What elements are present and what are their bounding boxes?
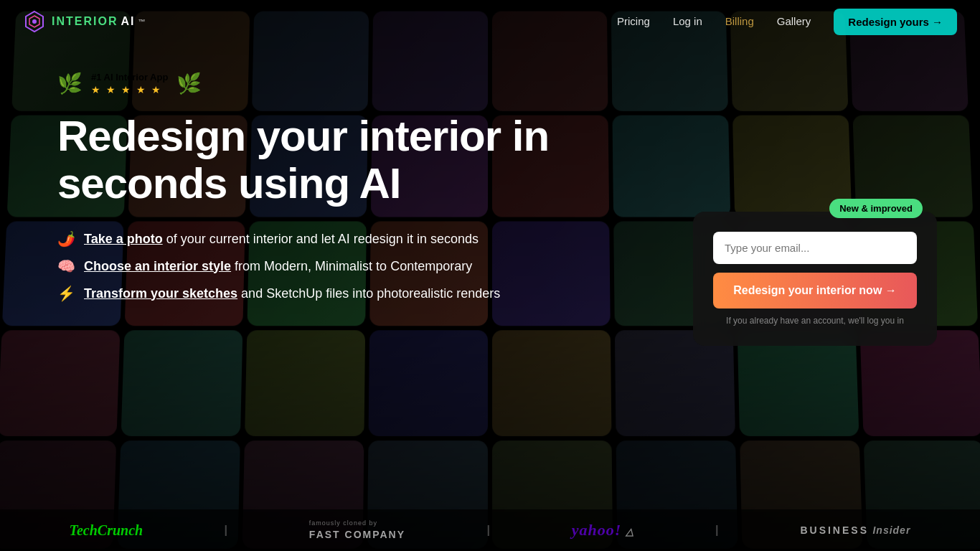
award-title: #1 AI Interior App bbox=[91, 72, 168, 83]
press-logo-fastcompany-note: famously cloned by FAST COMPANY bbox=[309, 519, 405, 541]
feature-link-2[interactable]: Choose an interior style bbox=[84, 259, 231, 273]
feature-rest-3: and SketchUp files into photorealistic r… bbox=[241, 286, 500, 301]
headline-line1: Redesign your interior in bbox=[57, 112, 549, 160]
logo[interactable]: INTERIOR AI ™ bbox=[23, 10, 146, 33]
feature-text-3: Transform your sketches and SketchUp fil… bbox=[84, 286, 500, 301]
headline-line2: seconds using AI bbox=[57, 159, 401, 207]
feature-emoji-2: 🧠 bbox=[57, 258, 75, 275]
page-title: Redesign your interior in seconds using … bbox=[57, 113, 549, 207]
hero-content: 🌿 #1 AI Interior App ★ ★ ★ ★ ★ 🌿 Redesig… bbox=[57, 72, 549, 302]
feature-emoji-3: ⚡ bbox=[57, 285, 75, 302]
logo-text: INTERIOR AI ™ bbox=[52, 15, 146, 28]
nav-billing[interactable]: Billing bbox=[725, 15, 754, 27]
award-badge: 🌿 #1 AI Interior App ★ ★ ★ ★ ★ 🌿 bbox=[57, 72, 549, 95]
logo-icon bbox=[23, 10, 46, 33]
nav-gallery[interactable]: Gallery bbox=[777, 15, 811, 27]
feature-link-3[interactable]: Transform your sketches bbox=[84, 286, 237, 301]
press-logo-business: BUSINESS Insider bbox=[800, 524, 910, 537]
nav-pricing[interactable]: Pricing bbox=[617, 15, 650, 27]
press-logo-yahoo: yahoo! △ bbox=[572, 521, 634, 540]
feature-item: 🌶️ Take a photo of your current interior… bbox=[57, 230, 549, 248]
feature-link-1[interactable]: Take a photo bbox=[84, 232, 163, 246]
feature-text-1: Take a photo of your current interior an… bbox=[84, 232, 479, 247]
nav-cta-button[interactable]: Redesign yours → bbox=[834, 9, 957, 35]
press-logo-techcrunch: TechCrunch bbox=[70, 522, 143, 539]
feature-item: ⚡ Transform your sketches and SketchUp f… bbox=[57, 285, 549, 302]
redesign-button[interactable]: Redesign your interior now → bbox=[713, 273, 917, 309]
cta-card: New & improved Redesign your interior no… bbox=[693, 212, 937, 346]
feature-emoji-1: 🌶️ bbox=[57, 230, 75, 248]
new-badge: New & improved bbox=[829, 199, 923, 218]
svg-point-2 bbox=[32, 19, 37, 24]
email-input[interactable] bbox=[713, 232, 917, 264]
feature-item: 🧠 Choose an interior style from Modern, … bbox=[57, 258, 549, 275]
feature-rest-1: of your current interior and let AI rede… bbox=[166, 232, 479, 246]
login-hint: If you already have an account, we'll lo… bbox=[713, 316, 917, 326]
press-logo-separator: | bbox=[224, 524, 227, 537]
laurel-left-icon: 🌿 bbox=[57, 72, 83, 95]
nav-login[interactable]: Log in bbox=[673, 15, 702, 27]
feature-rest-2: from Modern, Minimalist to Contemporary bbox=[235, 259, 472, 273]
feature-text-2: Choose an interior style from Modern, Mi… bbox=[84, 259, 472, 274]
navbar: INTERIOR AI ™ Pricing Log in Billing Gal… bbox=[0, 0, 980, 43]
logos-bar: TechCrunch | famously cloned by FAST COM… bbox=[0, 509, 980, 551]
features-list: 🌶️ Take a photo of your current interior… bbox=[57, 230, 549, 302]
press-logo-separator3: | bbox=[715, 524, 719, 537]
stars: ★ ★ ★ ★ ★ bbox=[91, 84, 168, 95]
laurel-right-icon: 🌿 bbox=[176, 72, 202, 95]
press-logo-separator2: | bbox=[486, 524, 490, 537]
nav-links: Pricing Log in Billing Gallery Redesign … bbox=[617, 9, 957, 35]
